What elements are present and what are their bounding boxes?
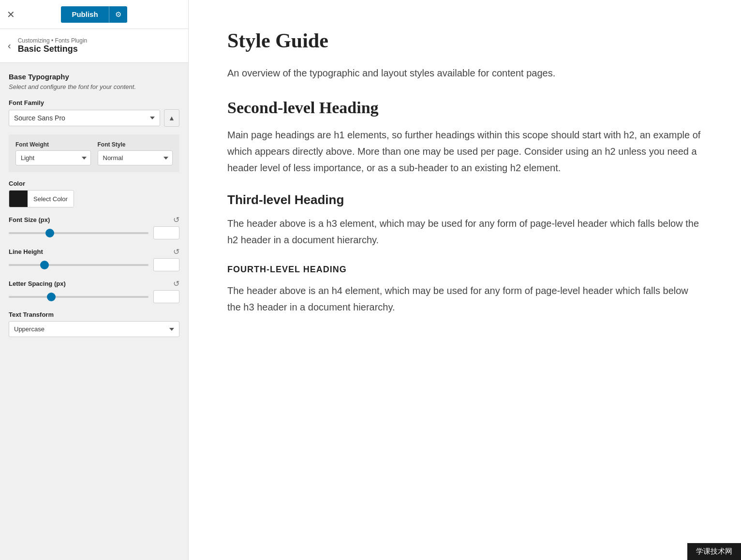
font-size-row: 26 bbox=[9, 226, 179, 239]
text-transform-section: Text Transform None Uppercase Lowercase … bbox=[9, 311, 179, 337]
h2-body-text: Main page headings are h1 elements, so f… bbox=[227, 127, 702, 176]
line-height-input[interactable]: 1.1 bbox=[153, 258, 179, 271]
font-size-slider[interactable] bbox=[9, 232, 148, 234]
line-height-section: Line Height ↺ 1.1 bbox=[9, 247, 179, 271]
publish-button[interactable]: Publish bbox=[61, 6, 108, 23]
h4-body-text: The header above is an h4 element, which… bbox=[227, 282, 702, 315]
h2-heading: Second-level Heading bbox=[227, 99, 702, 117]
watermark: 学课技术网 bbox=[687, 543, 741, 560]
font-family-row: Source Sans Pro Open Sans Roboto Lato Mo… bbox=[9, 109, 179, 127]
letter-spacing-label: Letter Spacing (px) bbox=[9, 280, 66, 287]
breadcrumb: Customizing • Fonts Plugin bbox=[18, 37, 88, 44]
line-height-header: Line Height ↺ bbox=[9, 247, 179, 256]
line-height-label: Line Height bbox=[9, 248, 43, 255]
line-height-reset-button[interactable]: ↺ bbox=[173, 247, 179, 256]
weight-style-panel: Font Weight Thin Light Regular Medium Bo… bbox=[9, 134, 179, 172]
font-style-label: Font Style bbox=[98, 141, 173, 148]
letter-spacing-row: -0.6 bbox=[9, 290, 179, 303]
text-transform-label: Text Transform bbox=[9, 311, 179, 318]
nav-bar: ‹ Customizing • Fonts Plugin Basic Setti… bbox=[0, 29, 188, 63]
color-label: Color bbox=[9, 180, 179, 187]
letter-spacing-section: Letter Spacing (px) ↺ -0.6 bbox=[9, 279, 179, 303]
page-section-title: Basic Settings bbox=[18, 44, 88, 54]
h4-heading: FOURTH-LEVEL HEADING bbox=[227, 265, 702, 275]
font-family-select[interactable]: Source Sans Pro Open Sans Roboto Lato Mo… bbox=[9, 110, 160, 126]
base-typography-title: Base Typography bbox=[9, 73, 179, 81]
letter-spacing-header: Letter Spacing (px) ↺ bbox=[9, 279, 179, 288]
left-panel: ✕ Publish ⚙ ‹ Customizing • Fonts Plugin… bbox=[0, 0, 189, 560]
letter-spacing-reset-button[interactable]: ↺ bbox=[173, 279, 179, 288]
font-size-section: Font Size (px) ↺ 26 bbox=[9, 215, 179, 239]
font-weight-select[interactable]: Thin Light Regular Medium Bold bbox=[15, 150, 91, 165]
gear-button[interactable]: ⚙ bbox=[109, 6, 127, 23]
weight-col: Font Weight Thin Light Regular Medium Bo… bbox=[15, 141, 91, 165]
weight-style-row: Font Weight Thin Light Regular Medium Bo… bbox=[15, 141, 173, 165]
font-weight-label: Font Weight bbox=[15, 141, 91, 148]
select-color-button[interactable]: Select Color bbox=[9, 190, 74, 207]
close-button[interactable]: ✕ bbox=[7, 10, 15, 19]
font-size-input[interactable]: 26 bbox=[153, 226, 179, 239]
right-content: Style Guide An overview of the typograph… bbox=[189, 0, 741, 560]
base-typography-desc: Select and configure the font for your c… bbox=[9, 83, 179, 91]
style-guide-title: Style Guide bbox=[227, 29, 702, 52]
color-section: Color Select Color bbox=[9, 180, 179, 207]
line-height-slider[interactable] bbox=[9, 264, 148, 266]
text-transform-select[interactable]: None Uppercase Lowercase Capitalize bbox=[9, 321, 179, 337]
select-color-label: Select Color bbox=[28, 191, 74, 207]
h3-heading: Third-level Heading bbox=[227, 192, 702, 207]
font-family-label: Font Family bbox=[9, 99, 179, 106]
font-size-header: Font Size (px) ↺ bbox=[9, 215, 179, 224]
style-col: Font Style Normal Italic Oblique bbox=[98, 141, 173, 165]
letter-spacing-slider[interactable] bbox=[9, 296, 148, 298]
back-button[interactable]: ‹ bbox=[8, 40, 11, 51]
font-style-select[interactable]: Normal Italic Oblique bbox=[98, 150, 173, 165]
nav-info: Customizing • Fonts Plugin Basic Setting… bbox=[18, 37, 88, 54]
letter-spacing-input[interactable]: -0.6 bbox=[153, 290, 179, 303]
publish-group: Publish ⚙ bbox=[61, 6, 127, 23]
font-size-reset-button[interactable]: ↺ bbox=[173, 215, 179, 224]
scroll-up-button[interactable]: ▲ bbox=[164, 109, 179, 127]
settings-content: Base Typography Select and configure the… bbox=[0, 63, 188, 560]
top-bar: ✕ Publish ⚙ bbox=[0, 0, 188, 29]
font-size-label: Font Size (px) bbox=[9, 216, 50, 223]
style-guide-intro: An overview of the typographic and layou… bbox=[227, 66, 702, 80]
color-swatch bbox=[9, 191, 28, 207]
h3-body-text: The header above is a h3 element, which … bbox=[227, 215, 702, 248]
line-height-row: 1.1 bbox=[9, 258, 179, 271]
